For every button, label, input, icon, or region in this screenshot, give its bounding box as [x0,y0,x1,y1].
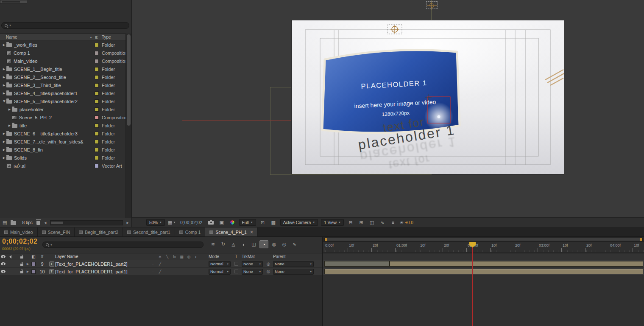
hide-shy-layers-button[interactable]: ◗ [239,240,248,248]
close-icon[interactable]: × [250,230,253,235]
label-chip[interactable] [95,124,99,128]
visibility-toggle[interactable] [0,260,6,267]
blend-mode-select[interactable]: Normal▼ [209,269,231,275]
project-vertical-scrollbar[interactable] [125,34,131,218]
label-chip[interactable] [95,91,99,96]
camera-select[interactable]: Active Camera▼ [280,219,318,226]
expander-arrow[interactable]: ▶ [2,156,6,160]
label-chip[interactable] [95,51,99,55]
layer-label-chip[interactable] [31,268,36,275]
parent-column-label[interactable]: Parent [273,253,314,260]
layer-track[interactable] [323,268,644,275]
audio-toggle[interactable] [6,260,12,267]
scrollbar-thumb[interactable] [127,34,131,126]
project-horizontal-scrollbar[interactable] [50,220,123,225]
project-item[interactable]: ▶SCENE_4__title&placeholder1Folder [0,89,126,97]
audio-toggle[interactable] [6,268,12,275]
solo-toggle[interactable] [12,260,18,267]
label-column-icon[interactable]: ◧ [95,35,102,39]
label-chip[interactable] [95,140,99,144]
trkmat-select[interactable]: None▼ [242,261,263,267]
expander-arrow[interactable]: ▶ [2,140,6,143]
new-folder-icon[interactable] [11,221,16,225]
mode-column-label[interactable]: Mode [209,253,231,260]
scrollbar-thumb[interactable] [51,222,63,224]
layer-expander[interactable]: ▶ [25,268,31,275]
interpret-footage-icon[interactable]: ▤ [3,220,7,225]
resolution-select[interactable]: Full▼ [239,219,256,226]
preserve-transparency-toggle[interactable] [232,260,240,267]
fast-previews-button[interactable]: ∿ [379,219,386,226]
timeline-search[interactable]: ▼ [42,242,204,248]
composition-mini-flowchart-button[interactable]: ≋ [209,240,217,248]
magnification-select[interactable]: 50%▼ [146,219,165,226]
label-chip[interactable] [95,83,99,87]
composition-view[interactable]: PLACEHOLDER 1 insert here your image or … [292,20,564,174]
expander-arrow[interactable]: ▶ [2,76,6,79]
project-item[interactable]: ▶Comp 1Composition [0,49,126,57]
project-item[interactable]: ▶Scene_5_PH_2Composition [0,113,126,121]
scroll-right-arrow[interactable]: ▶ [127,221,129,225]
name-column-label[interactable]: Name [6,35,17,39]
project-item[interactable]: ▶SolidsFolder [0,154,126,162]
layer-label-chip[interactable] [31,260,36,267]
project-column-header[interactable]: Name ▲ ◧ Type [0,34,126,40]
project-item[interactable]: ▶_work_filesFolder [0,41,126,49]
label-chip[interactable] [95,164,99,168]
number-column-label[interactable]: # [36,253,48,260]
brainstorm-button[interactable]: ◍ [270,240,279,248]
label-chip[interactable] [95,67,99,71]
snapshot-button[interactable] [207,219,215,226]
expander-arrow[interactable]: ▶ [2,84,6,87]
anchor-point-marker[interactable] [388,25,402,34]
graph-editor-button[interactable]: ∿ [290,240,299,248]
draft-3d-button[interactable]: ◬ [229,240,238,248]
layer-name[interactable]: [Text_for_PLACEHOLDER1_part2] [55,260,149,267]
work-area-bar[interactable] [324,238,643,241]
share-view-button[interactable]: ⊟ [347,219,354,226]
show-snapshot-button[interactable]: ▣ [218,219,226,226]
layer-duration-bar[interactable] [324,269,643,274]
type-column-label[interactable]: Type [102,35,126,39]
layer-expander[interactable]: ▶ [25,260,31,267]
project-item[interactable]: ▶Main_videoComposition [0,57,126,65]
label-chip[interactable] [95,132,99,136]
label-chip[interactable] [95,59,99,63]
visibility-toggle[interactable] [0,268,6,275]
project-item[interactable]: ▶SCENE_1__Begin_titleFolder [0,65,126,73]
frame-blending-button[interactable]: ◫ [249,240,258,248]
layer-switches[interactable]: ∙╱ [149,268,205,275]
expander-arrow[interactable]: ▶ [7,124,12,127]
project-item[interactable]: ▶titleFolder [0,121,126,129]
label-chip[interactable] [95,107,99,112]
channels-button[interactable] [229,219,236,226]
auto-keyframe-button[interactable]: ◎ [280,240,289,248]
search-options-arrow[interactable]: ▼ [9,24,11,27]
t-column-label[interactable]: T [232,253,240,260]
parent-pickwhip[interactable]: ◎ [265,260,272,267]
lock-views-button[interactable]: ⊞ [357,219,365,226]
time-ruler[interactable]: 0:00f10f20f01:00f10f20f02:00f10f20f03:00… [323,242,644,253]
exposure-control[interactable]: ☀ +0.0 [400,220,413,225]
label-chip[interactable] [95,148,99,152]
search-options-arrow[interactable]: ▼ [50,244,53,246]
tab-comp-1[interactable]: Comp 1 [175,228,206,236]
live-update-button[interactable]: ↻ [219,240,228,248]
expander-arrow[interactable]: ▶ [3,99,6,104]
label-chip[interactable] [95,43,99,47]
expander-arrow[interactable]: ▶ [2,67,6,71]
viewer-timecode[interactable]: 0;00;02;02 [178,220,204,225]
project-bit-depth[interactable]: 8 bpc [22,220,32,225]
label-chip[interactable] [95,156,99,160]
layer-track[interactable] [323,260,644,268]
expander-arrow[interactable]: ▶ [2,132,6,135]
layer-duration-bar[interactable] [324,261,390,267]
tab-scene_fin[interactable]: Scene_FIN [38,228,75,236]
expander-arrow[interactable]: ▶ [2,92,6,95]
motion-blur-button[interactable]: ◔ [259,240,268,248]
timeline-divider[interactable] [322,237,323,326]
layer-name[interactable]: [Text_for_PLACEHOLDER1_part1] [55,268,149,275]
label-chip[interactable] [95,75,99,79]
tab-scene_4_ph_1[interactable]: Scene_4_PH_1× [205,228,258,236]
pixel-aspect-button[interactable]: ◫ [368,219,376,226]
